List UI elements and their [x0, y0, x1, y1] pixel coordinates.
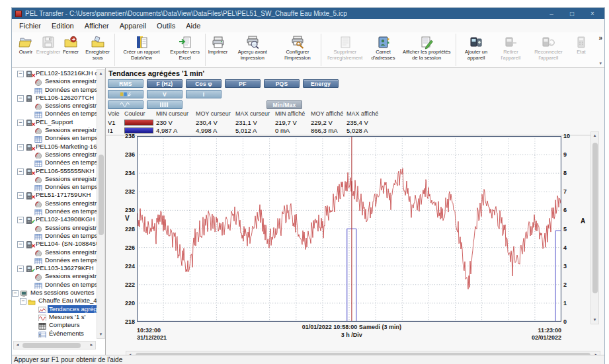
toolbar-button-label: Ouvrir	[19, 50, 32, 55]
tree-item-mes-sessions-ouvertes[interactable]: −Mes sessions ouvertes	[12, 289, 97, 297]
chart-vscroll-thumb[interactable]	[592, 143, 598, 293]
tree-device-pel-support[interactable]: −✕PEL_Support	[12, 118, 97, 126]
toolbar-more-arrow[interactable]: ▾	[599, 61, 602, 66]
expand-toggle-icon[interactable]: −	[17, 217, 24, 223]
menu-outils[interactable]: Outils	[151, 20, 181, 31]
view-button-energy[interactable]: Energy	[303, 79, 339, 88]
tree-item-sessions-enregistr-es[interactable]: Sessions enregistrées	[12, 248, 97, 256]
view-button-bars[interactable]	[147, 100, 183, 109]
tree-item-tendances-agr-g-es-1-m[interactable]: Tendances agrégées '1 m	[12, 305, 97, 313]
menu-afficher[interactable]: Afficher	[79, 20, 114, 31]
toolbar-button-imprimer[interactable]: Imprimer	[207, 34, 229, 56]
toolbar-button-enregistrer-sous[interactable]: Enregistrer sous	[82, 34, 113, 61]
scroll-up-arrow[interactable]: ▲	[591, 132, 598, 139]
view-button-cos[interactable]: Cos φ	[186, 79, 222, 88]
tree-device-pel103-136279kfh[interactable]: −✓PEL103-136279KFH	[12, 264, 97, 272]
tree-item-sessions-enregistr-es[interactable]: Sessions enregistrées	[12, 272, 97, 280]
view-button-i[interactable]: I	[186, 90, 222, 98]
tree-item-donn-es-en-temps-r-el[interactable]: Données en temps réel	[12, 256, 97, 264]
scroll-down-arrow[interactable]: ▼	[97, 331, 104, 338]
menu-edition[interactable]: Edition	[46, 20, 79, 31]
expand-toggle-icon[interactable]: −	[17, 144, 24, 151]
expand-toggle-icon[interactable]: −	[17, 266, 24, 272]
trend-plot[interactable]	[137, 136, 561, 322]
tree-item-sessions-enregistr-es[interactable]: Sessions enregistrées	[12, 102, 97, 110]
tree-item-sessions-enregistr-es[interactable]: Sessions enregistrées	[12, 175, 97, 183]
expand-toggle-icon[interactable]: −	[17, 71, 24, 77]
view-button-v[interactable]: V	[147, 90, 183, 98]
chart-vertical-scrollbar[interactable]: ▲ ▼	[590, 131, 599, 324]
tree-device-pel106-126207tch[interactable]: −PEL106-126207TCH	[12, 94, 97, 102]
tree-device-pel102-153216kjh-office[interactable]: −✕PEL102-153216KJH office	[12, 69, 97, 77]
tree-item-sessions-enregistr-es[interactable]: Sessions enregistrées	[12, 224, 97, 232]
tree-item-compteurs[interactable]: Compteurs	[12, 321, 97, 329]
tree-device-pel105-marketing-160002ng[interactable]: −✕PEL105-Marketing-160002NG	[12, 143, 97, 151]
tree-item-donn-es-en-temps-r-el[interactable]: Données en temps réel	[12, 134, 97, 142]
tree-item-donn-es-en-temps-r-el[interactable]: Données en temps réel	[12, 86, 97, 94]
left-axis-tick: 222	[118, 281, 135, 288]
toolbar-button-exporter-vers-excel[interactable]: Exporter vers Excel	[167, 34, 204, 61]
tree-item-sessions-enregistr-es[interactable]: Sessions enregistrées	[12, 126, 97, 134]
tree-vscroll-thumb[interactable]	[99, 155, 104, 235]
toolbar-overflow-chevron[interactable]: »	[598, 34, 602, 42]
tree-item-chauffe-eau-mixte-4[interactable]: −Chauffe Eau Mixte_4	[12, 297, 97, 305]
view-button-waveform-btn[interactable]	[108, 100, 143, 109]
tree-item-donn-es-en-temps-r-el[interactable]: Données en temps réel	[12, 281, 97, 289]
minimize-button[interactable]: –	[543, 8, 560, 19]
close-button[interactable]: ×	[584, 8, 601, 19]
tree-item-sessions-enregistr-es[interactable]: Sessions enregistrées	[12, 200, 97, 207]
tree-item-mesures-1-s[interactable]: Mesures '1 s'	[12, 313, 97, 321]
tree-vertical-scrollbar[interactable]: ▲ ▼	[97, 69, 105, 339]
view-button-pf[interactable]: PF	[225, 79, 261, 88]
view-button-f-hz[interactable]: F (Hz)	[147, 79, 183, 88]
view-button-rms[interactable]: RMS	[108, 79, 143, 88]
donnees-icon	[34, 110, 42, 118]
expand-toggle-icon[interactable]: −	[17, 241, 24, 248]
scroll-down-arrow[interactable]: ▼	[591, 316, 598, 324]
scroll-right-arrow[interactable]: ►	[88, 342, 95, 349]
tree-item-donn-es-en-temps-r-el[interactable]: Données en temps réel	[12, 183, 97, 191]
tree-device-pel51-171759ukh[interactable]: −✕PEL51-171759UKH	[12, 191, 97, 199]
title-bar[interactable]: PEL Transfer - C:\Users\pannetien\Docume…	[12, 8, 604, 19]
channel-color-swatch[interactable]	[124, 120, 153, 126]
view-button-label: V	[163, 91, 167, 98]
menu-aide[interactable]: Aide	[181, 20, 206, 31]
tree-horizontal-scrollbar[interactable]: ◄ ►	[13, 341, 96, 349]
view-button-phasor[interactable]	[108, 90, 143, 98]
toolbar-button-ajouter-un-appareil[interactable]: Ajouter un appareil	[458, 34, 495, 61]
tree-device-pel102-143908kgh-normand[interactable]: −✓PEL102-143908KGH Normand	[12, 215, 97, 223]
menu-appareil[interactable]: Appareil	[114, 20, 151, 31]
toolbar-button-carnet-d-adresses[interactable]: Carnet d'adresses	[368, 34, 399, 61]
toolbar-button-afficher-les-propri-t-s-de-la-session[interactable]: Afficher les propriétés de la session	[399, 34, 454, 61]
tree-item-label: Données en temps réel	[44, 256, 97, 264]
tree-item-sessions-enregistr-es[interactable]: Sessions enregistrées	[12, 151, 97, 159]
tree-item-donn-es-en-temps-r-el[interactable]: Données en temps réel	[12, 159, 97, 166]
tree-item-v-nements[interactable]: Événements	[12, 330, 97, 338]
tree-item-sessions-enregistr-es[interactable]: Sessions enregistrées	[12, 77, 97, 85]
expand-toggle-icon[interactable]: −	[17, 192, 24, 199]
tree-hscroll-thumb[interactable]	[22, 343, 81, 348]
tree-item-donn-es-en-temps-r-el[interactable]: Données en temps réel	[12, 207, 97, 215]
expand-toggle-icon[interactable]: −	[20, 298, 26, 305]
tree-device-pel106-555555nkh[interactable]: −✕PEL106-555555NKH	[12, 167, 97, 175]
expand-toggle-icon[interactable]: −	[17, 168, 24, 175]
view-button-min-max[interactable]: Min/Max	[266, 100, 302, 109]
scroll-up-arrow[interactable]: ▲	[97, 70, 104, 77]
toolbar-button-retirer-l-appareil: Retirer l'appareil	[495, 34, 527, 61]
tree-item-donn-es-en-temps-r-el[interactable]: Données en temps réel	[12, 232, 97, 240]
menu-fichier[interactable]: Fichier	[14, 20, 46, 31]
scroll-left-arrow[interactable]: ◄	[14, 342, 21, 349]
view-button-pqs[interactable]: PQS	[264, 79, 300, 88]
toolbar-button-fermer[interactable]: Fermer	[60, 34, 82, 56]
expand-toggle-icon[interactable]: −	[12, 290, 19, 297]
expand-toggle-icon[interactable]: −	[17, 120, 24, 126]
maximize-button[interactable]: □	[563, 8, 581, 19]
toolbar-button-aper-u-avant-impression[interactable]: Aperçu avant impression	[229, 34, 276, 61]
toolbar-button-configurer-l-impression[interactable]: Configurer l'impression	[276, 34, 319, 61]
expand-toggle-icon[interactable]: −	[17, 95, 24, 102]
trend-icon	[38, 305, 46, 313]
toolbar-button-ouvrir[interactable]: Ouvrir	[15, 34, 37, 56]
tree-item-donn-es-en-temps-r-el[interactable]: Données en temps réel	[12, 110, 97, 118]
tree-device-pel104-sn-108845uah[interactable]: −✕PEL104- (SN-108845UAH)	[12, 240, 97, 248]
toolbar-button-cr-er-un-rapport-dataview[interactable]: Créer un rapport DataView	[116, 34, 166, 61]
